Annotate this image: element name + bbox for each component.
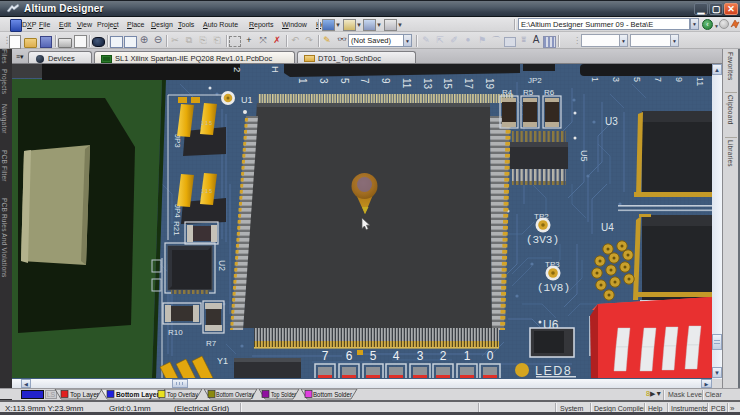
svg-text:5: 5 xyxy=(632,77,642,82)
svg-text:2: 2 xyxy=(232,67,243,72)
svg-text:JP4: JP4 xyxy=(173,204,182,218)
svg-text:13: 13 xyxy=(422,78,433,90)
svg-text:5: 5 xyxy=(370,349,377,363)
svg-text:(1V8): (1V8) xyxy=(537,282,570,294)
svg-text:U1: U1 xyxy=(241,95,253,105)
svg-text:19: 19 xyxy=(484,78,495,90)
svg-text:11: 11 xyxy=(695,77,705,86)
svg-text:1: 1 xyxy=(464,349,471,363)
svg-text:9: 9 xyxy=(674,77,684,82)
svg-text:U5: U5 xyxy=(579,150,589,162)
svg-text:11: 11 xyxy=(401,78,412,89)
svg-text:JP2: JP2 xyxy=(528,76,542,85)
svg-text:15: 15 xyxy=(442,78,453,90)
svg-text:0: 0 xyxy=(487,349,494,363)
svg-text:3: 3 xyxy=(417,349,424,363)
svg-text:Bottom Layer: Bottom Layer xyxy=(116,390,159,399)
svg-text:17: 17 xyxy=(463,78,474,90)
svg-text:1 1 5: 1 1 5 xyxy=(201,120,212,126)
svg-text:4: 4 xyxy=(393,349,400,363)
svg-text:LED8: LED8 xyxy=(535,364,572,378)
svg-text:JP3: JP3 xyxy=(173,134,182,148)
svg-text:Top Layer: Top Layer xyxy=(70,390,100,399)
svg-text:7: 7 xyxy=(653,77,663,82)
svg-text:R21: R21 xyxy=(172,221,181,236)
svg-text:5: 5 xyxy=(339,78,350,84)
svg-text:Bottom Overlay: Bottom Overlay xyxy=(216,390,254,399)
svg-text:2: 2 xyxy=(440,349,447,363)
svg-text:U3: U3 xyxy=(605,116,618,127)
svg-text:6: 6 xyxy=(346,349,353,363)
svg-text:R10: R10 xyxy=(168,328,183,337)
svg-text:1: 1 xyxy=(297,78,308,84)
svg-text:7: 7 xyxy=(359,78,370,84)
svg-text:R7: R7 xyxy=(206,339,217,348)
svg-text:Bottom Solder: Bottom Solder xyxy=(313,390,352,399)
svg-text:9: 9 xyxy=(380,78,391,84)
svg-text:7: 7 xyxy=(322,349,329,363)
svg-text:(3V3): (3V3) xyxy=(526,234,559,246)
svg-text:3: 3 xyxy=(611,77,621,82)
svg-text:U2: U2 xyxy=(217,260,227,271)
svg-text:Y1: Y1 xyxy=(217,356,228,366)
svg-text:H: H xyxy=(270,66,281,73)
svg-text:U4: U4 xyxy=(601,222,614,233)
svg-text:Top Solder: Top Solder xyxy=(271,390,296,399)
svg-text:Top Overlay: Top Overlay xyxy=(167,390,198,399)
svg-text:1 1 5: 1 1 5 xyxy=(201,188,212,194)
svg-text:3: 3 xyxy=(318,78,329,84)
svg-text:1: 1 xyxy=(590,77,600,82)
